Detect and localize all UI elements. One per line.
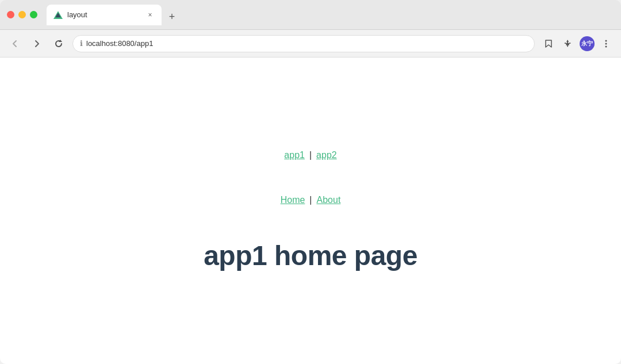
close-button[interactable] xyxy=(7,11,14,18)
title-bar: layout × + xyxy=(0,0,621,30)
back-button[interactable] xyxy=(7,36,23,52)
new-tab-button[interactable]: + xyxy=(164,9,180,25)
menu-icon xyxy=(601,39,611,48)
page-content: app1 | app2 Home | About app1 home page xyxy=(0,58,621,364)
tab-bar: layout × + xyxy=(47,5,614,25)
maximize-button[interactable] xyxy=(30,11,37,18)
reload-button[interactable] xyxy=(51,36,67,52)
page-nav: Home | About xyxy=(281,195,341,205)
app1-link[interactable]: app1 xyxy=(284,150,305,160)
toolbar-right: 永宁 xyxy=(540,36,614,52)
url-text: localhost:8080/app1 xyxy=(86,39,153,48)
app2-link[interactable]: app2 xyxy=(316,150,337,160)
svg-point-3 xyxy=(605,40,607,41)
page-heading: app1 home page xyxy=(204,240,417,271)
tab-title: layout xyxy=(67,10,141,19)
forward-icon xyxy=(32,39,41,48)
minimize-button[interactable] xyxy=(18,11,26,18)
user-avatar[interactable]: 永宁 xyxy=(580,36,595,51)
bookmark-button[interactable] xyxy=(540,36,557,52)
home-link[interactable]: Home xyxy=(281,195,305,205)
nav-bottom-separator: | xyxy=(309,195,312,205)
about-link[interactable]: About xyxy=(317,195,341,205)
tab-close-button[interactable]: × xyxy=(145,10,155,20)
bookmark-icon xyxy=(544,39,553,48)
address-bar: ℹ localhost:8080/app1 永宁 xyxy=(0,30,621,58)
info-icon: ℹ xyxy=(80,39,83,48)
nav-top-separator: | xyxy=(309,150,312,160)
menu-button[interactable] xyxy=(598,36,614,52)
vue-logo-icon xyxy=(53,10,63,20)
svg-point-5 xyxy=(605,45,607,47)
traffic-lights xyxy=(7,11,37,18)
browser-window: layout × + ℹ localhost:8080/app1 xyxy=(0,0,621,364)
active-tab[interactable]: layout × xyxy=(47,5,162,25)
svg-point-4 xyxy=(605,43,607,44)
puzzle-icon xyxy=(563,39,573,49)
app-nav: app1 | app2 xyxy=(284,150,336,160)
back-icon xyxy=(10,39,20,48)
forward-button[interactable] xyxy=(29,36,45,52)
url-bar[interactable]: ℹ localhost:8080/app1 xyxy=(72,35,535,52)
extensions-button[interactable] xyxy=(560,36,576,52)
reload-icon xyxy=(54,39,63,48)
